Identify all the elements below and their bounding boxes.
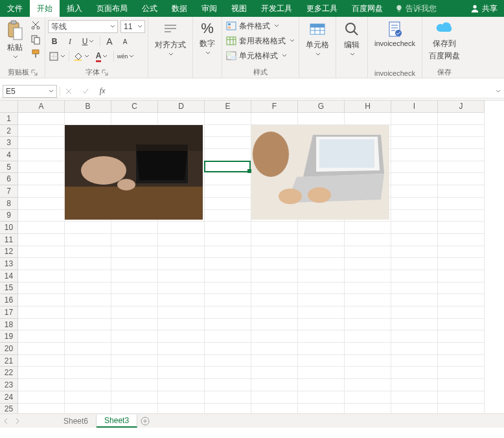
number-format-button[interactable]: % 数字: [196, 19, 219, 57]
cell[interactable]: [345, 246, 391, 259]
cell[interactable]: [391, 173, 438, 185]
cell[interactable]: [251, 294, 298, 306]
cell[interactable]: [158, 234, 205, 246]
cell[interactable]: [298, 306, 345, 319]
cell[interactable]: [65, 294, 111, 306]
cells-button[interactable]: 单元格: [302, 19, 333, 58]
name-box[interactable]: E5: [3, 85, 57, 98]
cell[interactable]: [111, 258, 158, 270]
tab-review[interactable]: 审阅: [194, 0, 224, 17]
cell[interactable]: [158, 330, 205, 343]
row-header-13[interactable]: 13: [0, 258, 18, 270]
cell[interactable]: [438, 149, 485, 161]
cell[interactable]: [205, 270, 251, 282]
cell[interactable]: [111, 246, 158, 259]
cell-style-button[interactable]: 单元格样式: [225, 49, 296, 63]
cell[interactable]: [65, 391, 111, 404]
row-header-10[interactable]: 10: [0, 222, 18, 234]
phonetic-button[interactable]: wén: [117, 50, 135, 63]
cell[interactable]: [65, 319, 111, 331]
cell[interactable]: [438, 246, 485, 259]
cell[interactable]: [158, 367, 205, 379]
cell[interactable]: [18, 294, 65, 306]
sheet-tab-sheet3[interactable]: Sheet3: [97, 415, 137, 428]
cell[interactable]: [391, 306, 438, 319]
cell[interactable]: [18, 173, 65, 185]
col-header-C[interactable]: C: [111, 100, 158, 113]
col-header-J[interactable]: J: [438, 100, 485, 113]
font-name-select[interactable]: 等线: [48, 20, 118, 33]
insert-function-button[interactable]: fx: [94, 85, 111, 98]
cell[interactable]: [158, 258, 205, 270]
cell[interactable]: [18, 137, 65, 149]
dialog-launcher-icon[interactable]: [102, 69, 108, 76]
cell[interactable]: [65, 282, 111, 295]
row-header-9[interactable]: 9: [0, 210, 18, 222]
cell[interactable]: [345, 379, 391, 391]
cell[interactable]: [251, 258, 298, 270]
cell[interactable]: [298, 355, 345, 367]
tab-layout[interactable]: 页面布局: [89, 0, 135, 17]
cell[interactable]: [205, 137, 251, 149]
cell[interactable]: [391, 222, 438, 234]
row-header-1[interactable]: 1: [0, 113, 18, 125]
cell[interactable]: [391, 282, 438, 295]
cell[interactable]: [438, 294, 485, 306]
cell[interactable]: [205, 330, 251, 343]
col-header-E[interactable]: E: [205, 100, 251, 113]
cell[interactable]: [111, 391, 158, 404]
cell[interactable]: [111, 270, 158, 282]
cell[interactable]: [205, 343, 251, 355]
cell[interactable]: [18, 379, 65, 391]
dialog-launcher-icon[interactable]: [31, 69, 38, 76]
cell[interactable]: [18, 246, 65, 259]
cell[interactable]: [18, 391, 65, 404]
cell[interactable]: [298, 113, 345, 125]
cell[interactable]: [438, 270, 485, 282]
cell[interactable]: [111, 113, 158, 125]
cell[interactable]: [345, 282, 391, 295]
tab-dev[interactable]: 开发工具: [254, 0, 299, 17]
cell[interactable]: [111, 234, 158, 246]
cell[interactable]: [438, 391, 485, 404]
tab-data[interactable]: 数据: [165, 0, 194, 17]
cell[interactable]: [438, 258, 485, 270]
sheet-tab-sheet6[interactable]: Sheet6: [56, 415, 97, 428]
row-header-20[interactable]: 20: [0, 343, 18, 355]
cell[interactable]: [345, 222, 391, 234]
table-format-button[interactable]: 套用表格格式: [225, 34, 296, 48]
cell[interactable]: [65, 367, 111, 379]
cell[interactable]: [111, 294, 158, 306]
col-header-H[interactable]: H: [345, 100, 391, 113]
row-header-24[interactable]: 24: [0, 391, 18, 404]
cell[interactable]: [391, 270, 438, 282]
row-header-3[interactable]: 3: [0, 137, 18, 149]
cell[interactable]: [158, 319, 205, 331]
tab-insert[interactable]: 插入: [60, 0, 89, 17]
cell[interactable]: [65, 270, 111, 282]
underline-button[interactable]: U: [79, 35, 97, 48]
cell[interactable]: [345, 330, 391, 343]
cell[interactable]: [158, 246, 205, 259]
cell[interactable]: [251, 367, 298, 379]
font-size-select[interactable]: 11: [120, 20, 145, 33]
cell[interactable]: [251, 330, 298, 343]
cell[interactable]: [205, 173, 251, 185]
active-cell[interactable]: [204, 161, 251, 173]
cell[interactable]: [298, 391, 345, 404]
cell[interactable]: [65, 113, 111, 125]
row-header-19[interactable]: 19: [0, 330, 18, 343]
cell[interactable]: [18, 319, 65, 331]
cell[interactable]: [438, 173, 485, 185]
cell[interactable]: [438, 210, 485, 222]
cell[interactable]: [438, 185, 485, 198]
cell[interactable]: [345, 343, 391, 355]
cell[interactable]: [205, 391, 251, 404]
cell[interactable]: [251, 379, 298, 391]
col-header-A[interactable]: A: [18, 100, 65, 113]
tab-file[interactable]: 文件: [0, 0, 30, 17]
cell[interactable]: [345, 270, 391, 282]
cell[interactable]: [391, 355, 438, 367]
cell[interactable]: [391, 161, 438, 174]
new-sheet-button[interactable]: [137, 417, 153, 426]
